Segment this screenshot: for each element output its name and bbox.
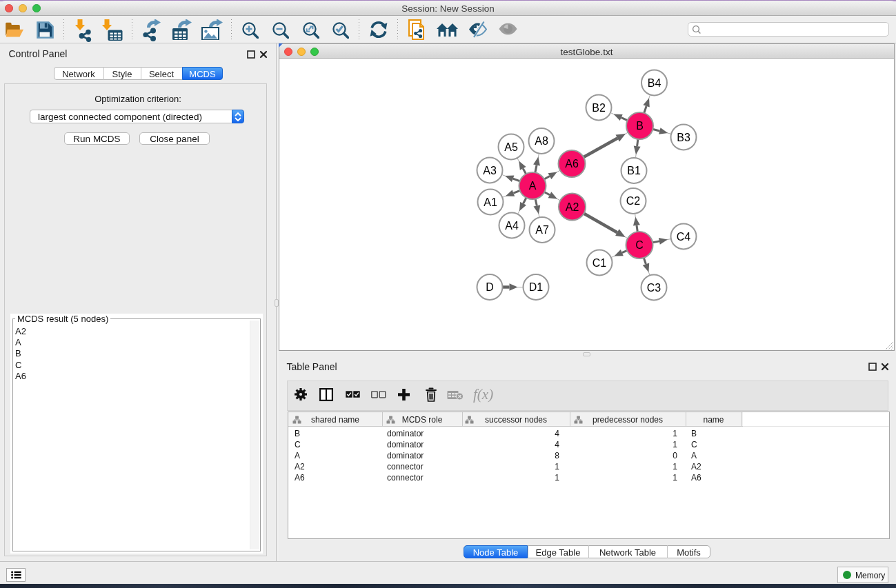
svg-text:C: C: [635, 239, 644, 251]
svg-text:A6: A6: [565, 158, 579, 170]
svg-text:C2: C2: [626, 195, 641, 207]
svg-text:A: A: [529, 180, 537, 192]
svg-text:C3: C3: [647, 282, 661, 294]
svg-text:C4: C4: [677, 231, 691, 243]
svg-text:A5: A5: [504, 141, 518, 153]
svg-text:A4: A4: [505, 220, 519, 232]
svg-text:B1: B1: [627, 165, 641, 176]
svg-text:A7: A7: [535, 224, 549, 236]
svg-text:D: D: [486, 281, 494, 293]
svg-text:B4: B4: [648, 77, 661, 89]
svg-text:B2: B2: [592, 102, 606, 114]
svg-text:B3: B3: [677, 132, 690, 143]
svg-text:A1: A1: [484, 196, 497, 208]
svg-text:A2: A2: [566, 201, 579, 213]
svg-text:D1: D1: [529, 281, 544, 293]
svg-text:C1: C1: [593, 257, 607, 269]
svg-text:B: B: [636, 120, 644, 132]
svg-text:A3: A3: [483, 165, 497, 176]
svg-text:A8: A8: [535, 135, 548, 147]
